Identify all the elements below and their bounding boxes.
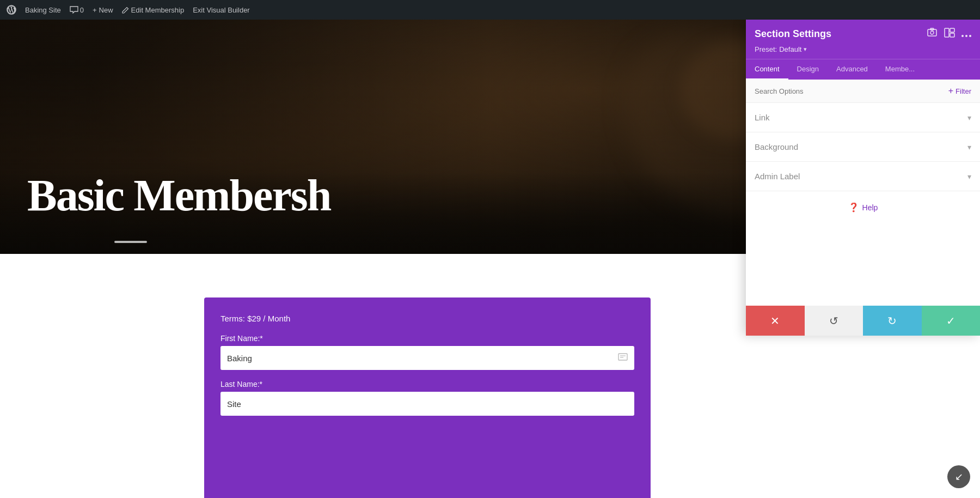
bottom-right-arrow-icon: ↙ (955, 471, 963, 483)
help-icon: ❓ (848, 202, 859, 212)
confirm-icon: ✓ (946, 314, 955, 327)
svg-point-12 (969, 35, 971, 37)
svg-rect-8 (950, 28, 954, 32)
accordion-background-header[interactable]: Background ▾ (755, 132, 971, 161)
redo-icon: ↻ (887, 314, 897, 327)
tab-member[interactable]: Membe... (877, 59, 923, 80)
form-terms: Terms: $29 / Month (220, 314, 634, 323)
accordion-link: Link ▾ (746, 103, 980, 132)
confirm-button[interactable]: ✓ (922, 306, 981, 336)
help-section[interactable]: ❓ Help (746, 191, 980, 223)
svg-point-10 (961, 35, 964, 37)
accordion-admin-label-text: Admin Label (755, 172, 800, 181)
membership-form-section: Terms: $29 / Month First Name:* Last Nam… (204, 297, 651, 498)
filter-button[interactable]: + Filter (948, 86, 971, 96)
more-options-icon[interactable] (961, 28, 971, 40)
new-button[interactable]: + New (93, 6, 113, 14)
undo-button[interactable]: ↺ (805, 306, 863, 336)
site-name[interactable]: Baking Site (25, 6, 61, 14)
hero-slide-indicator (114, 241, 147, 243)
section-settings-panel: Section Settings Preset: Default ▾ (746, 20, 980, 336)
wp-logo[interactable] (7, 5, 16, 15)
bottom-right-navigation-button[interactable]: ↙ (947, 465, 970, 488)
help-label: Help (862, 203, 878, 212)
last-name-input[interactable] (220, 392, 634, 416)
preset-label: Preset: (755, 45, 777, 53)
cancel-button[interactable]: ✕ (746, 306, 805, 336)
first-name-group: First Name:* (220, 334, 634, 370)
first-name-input-wrapper (220, 346, 634, 370)
settings-title-row: Section Settings (755, 27, 971, 41)
search-options-input[interactable] (755, 87, 948, 95)
main-content: Basic Membersh Terms: $29 / Month First … (0, 20, 980, 498)
first-name-label: First Name:* (220, 334, 634, 343)
settings-title: Section Settings (755, 28, 831, 40)
accordion-background: Background ▾ (746, 132, 980, 162)
settings-header: Section Settings Preset: Default ▾ (746, 20, 980, 59)
search-bar: + Filter (746, 80, 980, 103)
last-name-group: Last Name:* (220, 380, 634, 416)
admin-bar: Baking Site 0 + New Edit Membership Exit… (0, 0, 980, 20)
filter-plus-icon: + (948, 86, 953, 96)
accordion-link-arrow: ▾ (967, 113, 971, 122)
edit-membership-button[interactable]: Edit Membership (122, 6, 185, 14)
settings-header-icons (927, 27, 971, 41)
preset-value[interactable]: Default (779, 45, 801, 53)
last-name-label: Last Name:* (220, 380, 634, 388)
filter-label: Filter (955, 87, 971, 95)
hero-title: Basic Membersh (27, 170, 330, 221)
accordion-link-label: Link (755, 113, 770, 122)
svg-rect-7 (945, 28, 949, 37)
screenshot-icon[interactable] (927, 27, 938, 41)
last-name-input-wrapper (220, 392, 634, 416)
first-name-field-icon (618, 353, 628, 363)
accordion-admin-label-header[interactable]: Admin Label ▾ (755, 162, 971, 191)
accordion-background-arrow: ▾ (967, 143, 971, 151)
preset-dropdown-arrow[interactable]: ▾ (804, 46, 807, 53)
accordion-admin-label: Admin Label ▾ (746, 162, 980, 191)
preset-row: Preset: Default ▾ (755, 45, 971, 59)
tab-content[interactable]: Content (746, 59, 788, 80)
accordion-admin-label-arrow: ▾ (967, 172, 971, 181)
exit-visual-builder-button[interactable]: Exit Visual Builder (193, 6, 250, 14)
svg-rect-9 (950, 33, 954, 37)
action-bar: ✕ ↺ ↻ ✓ (746, 306, 980, 336)
svg-point-5 (930, 31, 934, 34)
svg-rect-1 (618, 354, 627, 360)
accordion-link-header[interactable]: Link ▾ (755, 103, 971, 132)
svg-point-11 (965, 35, 967, 37)
accordion-background-label: Background (755, 142, 798, 151)
first-name-input[interactable] (220, 346, 634, 370)
comment-count[interactable]: 0 (70, 6, 84, 14)
cancel-icon: ✕ (770, 314, 780, 327)
svg-rect-4 (928, 29, 936, 36)
redo-button[interactable]: ↻ (863, 306, 922, 336)
tab-design[interactable]: Design (788, 59, 828, 80)
tab-advanced[interactable]: Advanced (828, 59, 877, 80)
layout-icon[interactable] (944, 28, 955, 40)
settings-tabs: Content Design Advanced Membe... (746, 59, 980, 80)
undo-icon: ↺ (829, 314, 838, 327)
